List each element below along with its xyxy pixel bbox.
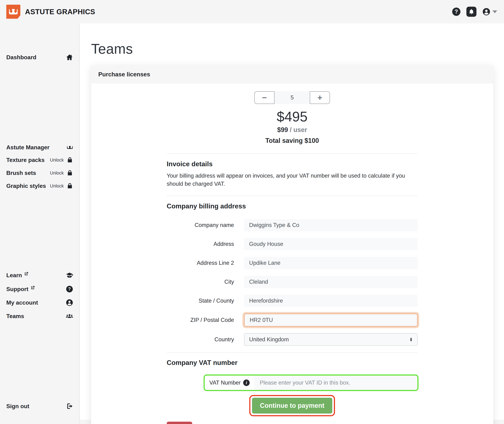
- billing-address-form: Company name Address Address Line 2 City…: [167, 219, 418, 346]
- vat-number-heading: Company VAT number: [167, 359, 418, 367]
- chevron-down-icon: [492, 10, 497, 13]
- top-bar: ASTUTE GRAPHICS ?: [0, 0, 504, 23]
- company-name-field[interactable]: [244, 219, 418, 231]
- lock-icon: [67, 183, 73, 189]
- license-quantity-stepper: − 5 +: [254, 91, 330, 104]
- sidebar-item-astute-manager[interactable]: Astute Manager: [6, 142, 73, 153]
- people-icon: [66, 312, 73, 320]
- purchase-licenses-card: Purchase licenses − 5 + $495 $99 / user …: [91, 65, 493, 424]
- sidebar-item-graphic-styles[interactable]: Graphic styles Unlock: [6, 181, 73, 191]
- decrease-quantity-button[interactable]: −: [254, 91, 275, 104]
- state-county-field[interactable]: [244, 295, 418, 307]
- increase-quantity-button[interactable]: +: [310, 91, 330, 104]
- address-field[interactable]: [244, 238, 418, 250]
- vat-number-label: VAT Number i: [205, 375, 254, 390]
- lock-icon: [67, 157, 73, 163]
- form-row-state-county: State / County: [167, 295, 418, 307]
- account-menu[interactable]: [482, 8, 497, 16]
- bell-icon: [468, 9, 474, 15]
- sidebar-item-dashboard[interactable]: Dashboard: [6, 52, 73, 63]
- cancel-button[interactable]: Cancel: [167, 422, 192, 424]
- form-row-address-line-2: Address Line 2: [167, 257, 418, 269]
- unlock-badge: Unlock: [50, 170, 64, 176]
- sidebar-item-texture-packs[interactable]: Texture packs Unlock: [6, 155, 73, 165]
- person-circle-icon: [66, 299, 73, 306]
- sidebar-item-learn[interactable]: Learn: [6, 270, 73, 281]
- info-icon[interactable]: i: [243, 380, 250, 386]
- sidebar-item-brush-sets[interactable]: Brush sets Unlock: [6, 168, 73, 178]
- lock-icon: [67, 170, 73, 176]
- billing-address-heading: Company billing address: [167, 202, 418, 210]
- price-total: $495: [167, 109, 418, 125]
- card-header: Purchase licenses: [91, 65, 493, 83]
- brand-name: ASTUTE GRAPHICS: [25, 8, 95, 16]
- price-per-user: $99 / user: [167, 126, 418, 134]
- svg-text:?: ?: [68, 286, 71, 291]
- sidebar-item-teams[interactable]: Teams: [6, 311, 73, 322]
- notifications-button[interactable]: [466, 7, 476, 17]
- question-circle-icon: ?: [66, 286, 73, 293]
- divider: [167, 153, 418, 154]
- form-row-company-name: Company name: [167, 219, 418, 231]
- sidebar: Dashboard Astute Manager Texture packs U…: [0, 23, 80, 424]
- unlock-badge: Unlock: [50, 183, 64, 189]
- divider: [167, 196, 418, 196]
- city-field[interactable]: [244, 276, 418, 288]
- home-icon: [66, 54, 73, 61]
- divider: [167, 353, 418, 353]
- continue-annotation-outline: Continue to payment: [249, 395, 335, 416]
- sign-out-icon: [66, 403, 73, 410]
- continue-to-payment-button[interactable]: Continue to payment: [252, 398, 332, 414]
- help-icon[interactable]: ?: [452, 7, 461, 16]
- vat-number-group: VAT Number i: [203, 374, 418, 391]
- country-select[interactable]: United Kingdom ▲ ▼: [244, 333, 418, 346]
- sidebar-item-sign-out[interactable]: Sign out: [6, 401, 73, 412]
- quantity-value[interactable]: 5: [275, 91, 310, 104]
- brand-logo[interactable]: ASTUTE GRAPHICS: [6, 5, 95, 19]
- page-title: Teams: [91, 41, 504, 57]
- vat-number-field[interactable]: [254, 375, 418, 390]
- sidebar-item-my-account[interactable]: My account: [6, 297, 73, 308]
- sidebar-item-support[interactable]: Support ?: [6, 284, 73, 294]
- invoice-details-heading: Invoice details: [167, 160, 418, 168]
- form-row-city: City: [167, 276, 418, 288]
- person-circle-icon: [482, 8, 490, 16]
- select-arrows-icon: ▲ ▼: [410, 337, 412, 342]
- graduation-cap-icon: [66, 272, 73, 279]
- crown-icon: [9, 8, 18, 15]
- invoice-details-text: Your billing address will appear on invo…: [167, 172, 414, 188]
- external-link-icon: [30, 285, 35, 290]
- form-row-address: Address: [167, 238, 418, 250]
- main-content: Teams Purchase licenses − 5 + $495 $99 /…: [80, 23, 504, 420]
- form-row-zip-postal-code: ZIP / Postal Code: [167, 314, 418, 327]
- address-line-2-field[interactable]: [244, 257, 418, 269]
- zip-postal-code-field[interactable]: [244, 314, 418, 327]
- external-link-icon: [24, 271, 29, 276]
- unlock-badge: Unlock: [50, 157, 64, 163]
- crown-logo-icon: [6, 5, 20, 19]
- crown-icon: [67, 144, 73, 150]
- total-saving: Total saving $100: [167, 137, 418, 144]
- price-summary: $495 $99 / user Total saving $100: [167, 109, 418, 144]
- form-row-country: Country United Kingdom ▲ ▼: [167, 333, 418, 346]
